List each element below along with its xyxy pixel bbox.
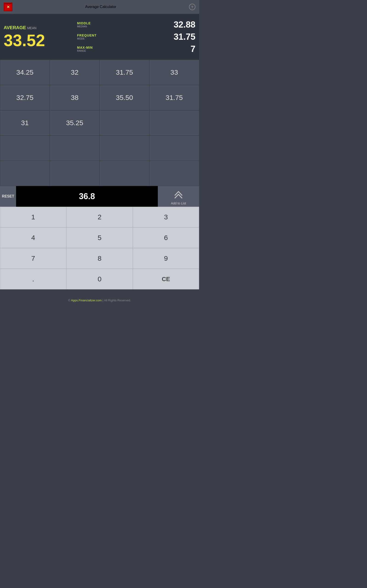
app-logo: ✕ [4, 2, 12, 11]
footer: © Apps.Financializer.com | All Rights Re… [0, 289, 199, 321]
footer-link[interactable]: Apps.Financializer.com [71, 299, 102, 302]
app-title: Average Calculator [85, 5, 116, 9]
numpad: 123456789.0CE [0, 207, 199, 289]
reset-button[interactable]: RESET [0, 186, 16, 207]
grid-cell-17[interactable] [50, 161, 100, 186]
maxmin-stat: MAX-MIN RANGE 7 [77, 44, 195, 54]
numpad-btn-1[interactable]: 1 [0, 207, 66, 227]
numpad-btn-ce[interactable]: CE [133, 269, 199, 289]
grid-cell-19[interactable] [149, 161, 199, 186]
grid-cell-6[interactable]: 35.50 [100, 85, 149, 110]
average-label: AVERAGE MEAN [4, 25, 73, 30]
average-section: AVERAGE MEAN 33.52 [4, 25, 73, 49]
right-stats: MIDDLE MEDIAN 32.88 FREQUENT MODE 31.75 … [73, 20, 195, 54]
frequent-stat: FREQUENT MODE 31.75 [77, 32, 195, 42]
help-button[interactable]: ? [189, 4, 195, 10]
grid-cell-8[interactable]: 31 [0, 110, 50, 136]
grid-cell-14[interactable] [100, 136, 149, 161]
svg-rect-3 [4, 3, 12, 4]
numpad-btn-6[interactable]: 6 [133, 227, 199, 248]
grid-cell-3[interactable]: 33 [149, 60, 199, 85]
numpad-btn-3[interactable]: 3 [133, 207, 199, 227]
numpad-btn-2[interactable]: 2 [66, 207, 133, 227]
input-display: 36.8 [16, 186, 158, 207]
grid-cell-0[interactable]: 34.25 [0, 60, 50, 85]
grid-cell-18[interactable] [100, 161, 149, 186]
numpad-btn-dot[interactable]: . [0, 269, 66, 289]
svg-text:✕: ✕ [7, 5, 10, 9]
numpad-btn-0[interactable]: 0 [66, 269, 133, 289]
numpad-btn-7[interactable]: 7 [0, 248, 66, 269]
grid-cell-16[interactable] [0, 161, 50, 186]
grid-cell-9[interactable]: 35.25 [50, 110, 100, 136]
stats-panel: AVERAGE MEAN 33.52 MIDDLE MEDIAN 32.88 F… [0, 14, 199, 60]
numpad-btn-4[interactable]: 4 [0, 227, 66, 248]
grid-cell-2[interactable]: 31.75 [100, 60, 149, 85]
middle-stat: MIDDLE MEDIAN 32.88 [77, 20, 195, 30]
grid-cell-13[interactable] [50, 136, 100, 161]
add-to-list-button[interactable]: Add to List [158, 186, 199, 207]
numpad-btn-9[interactable]: 9 [133, 248, 199, 269]
average-value: 33.52 [4, 32, 73, 49]
input-bar: RESET 36.8 Add to List [0, 186, 199, 207]
grid-cell-15[interactable] [149, 136, 199, 161]
grid-cell-11[interactable] [149, 110, 199, 136]
numpad-btn-8[interactable]: 8 [66, 248, 133, 269]
numpad-btn-5[interactable]: 5 [66, 227, 133, 248]
grid-cell-5[interactable]: 38 [50, 85, 100, 110]
data-grid: 34.253231.753332.753835.5031.753135.25 [0, 60, 199, 186]
add-to-list-label: Add to List [171, 201, 186, 205]
header: ✕ Average Calculator ? [0, 0, 199, 14]
chevrons-up-icon [173, 188, 184, 200]
grid-cell-12[interactable] [0, 136, 50, 161]
grid-cell-10[interactable] [100, 110, 149, 136]
grid-cell-1[interactable]: 32 [50, 60, 100, 85]
grid-cell-4[interactable]: 32.75 [0, 85, 50, 110]
grid-cell-7[interactable]: 31.75 [149, 85, 199, 110]
